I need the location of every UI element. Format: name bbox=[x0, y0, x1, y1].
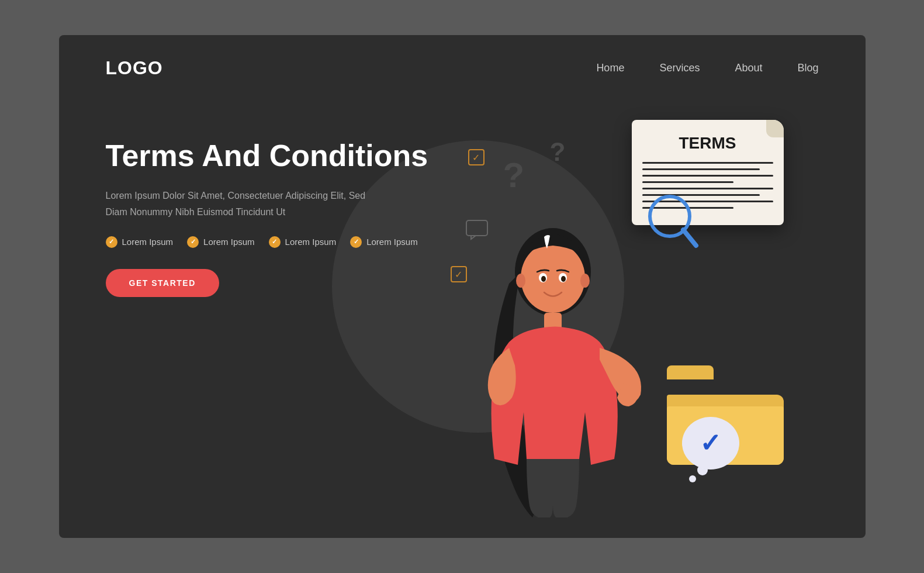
nav-blog[interactable]: Blog bbox=[797, 62, 818, 74]
svg-point-5 bbox=[521, 243, 585, 313]
logo: LOGO bbox=[106, 57, 163, 79]
cta-button[interactable]: GET STARTED bbox=[106, 269, 219, 297]
check-icon-1 bbox=[106, 236, 117, 248]
hero-title: Terms And Conditions bbox=[106, 137, 433, 174]
checklist-item-3: Lorem Ipsum bbox=[269, 236, 337, 248]
checklist: Lorem Ipsum Lorem Ipsum Lorem Ipsum Lore… bbox=[106, 236, 433, 248]
question-mark-2: ? bbox=[550, 137, 566, 167]
checklist-label-3: Lorem Ipsum bbox=[285, 237, 337, 247]
nav-services[interactable]: Services bbox=[659, 62, 700, 74]
folder-tab bbox=[667, 365, 714, 379]
right-illustration: ? ? TERMS bbox=[433, 120, 819, 517]
magnifier-icon bbox=[643, 190, 702, 257]
checklist-label-4: Lorem Ipsum bbox=[366, 237, 418, 247]
deco-checkbox-1 bbox=[468, 149, 485, 165]
document-title: TERMS bbox=[642, 134, 773, 153]
check-icon-2 bbox=[187, 236, 199, 248]
checklist-item-2: Lorem Ipsum bbox=[187, 236, 255, 248]
svg-line-2 bbox=[683, 230, 696, 246]
check-icon-3 bbox=[269, 236, 281, 248]
bubble-tail-2 bbox=[689, 475, 696, 482]
doc-line-2 bbox=[642, 168, 760, 170]
checklist-label-1: Lorem Ipsum bbox=[122, 237, 174, 247]
checklist-item-4: Lorem Ipsum bbox=[350, 236, 418, 248]
check-icon-4 bbox=[350, 236, 362, 248]
doc-line-1 bbox=[642, 162, 773, 164]
nav-home[interactable]: Home bbox=[596, 62, 624, 74]
checklist-item-1: Lorem Ipsum bbox=[106, 236, 174, 248]
doc-line-5 bbox=[642, 188, 773, 189]
header: LOGO Home Services About Blog bbox=[59, 35, 866, 96]
navigation: Home Services About Blog bbox=[596, 62, 818, 74]
check-badge-bubble bbox=[682, 417, 739, 470]
doc-line-3 bbox=[642, 175, 773, 177]
doc-line-4 bbox=[642, 181, 734, 183]
left-content: Terms And Conditions Lorem Ipsum Dolor S… bbox=[106, 120, 433, 297]
svg-point-8 bbox=[541, 276, 546, 282]
main-content: Terms And Conditions Lorem Ipsum Dolor S… bbox=[59, 96, 866, 529]
svg-point-10 bbox=[516, 274, 525, 288]
checklist-label-2: Lorem Ipsum bbox=[203, 237, 255, 247]
page-wrapper: LOGO Home Services About Blog Terms And … bbox=[59, 35, 866, 538]
hero-description: Lorem Ipsum Dolor Sit Amet, Consectetuer… bbox=[106, 188, 386, 219]
svg-point-11 bbox=[580, 274, 590, 288]
svg-point-9 bbox=[561, 276, 566, 282]
nav-about[interactable]: About bbox=[735, 62, 762, 74]
character-illustration bbox=[462, 178, 649, 517]
